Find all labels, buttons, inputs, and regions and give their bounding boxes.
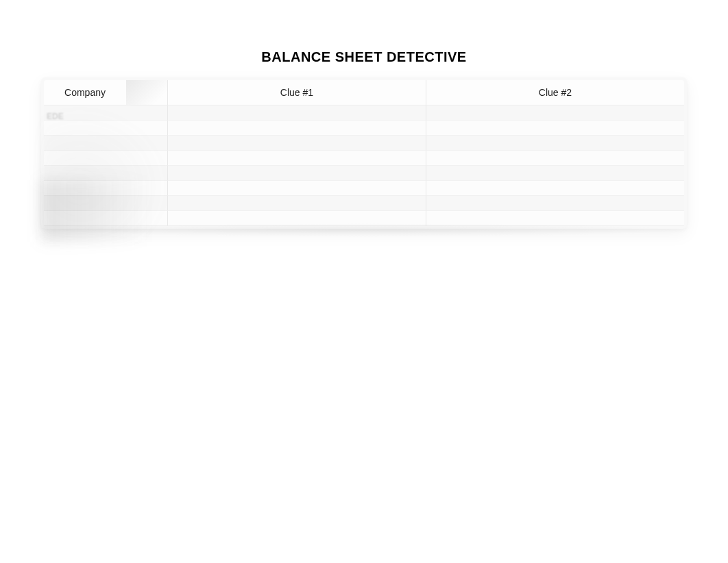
cell-clue-2 (426, 211, 684, 226)
cell-number (126, 151, 167, 166)
cell-company (44, 166, 126, 181)
cell-clue-2 (426, 181, 684, 196)
cell-clue-1 (167, 211, 426, 226)
table-body (44, 105, 684, 226)
header-number (126, 80, 167, 105)
cell-clue-1 (167, 105, 426, 121)
table-row (44, 181, 684, 196)
clues-table-wrapper: Company Clue #1 Clue #2 EDE (41, 77, 687, 229)
cell-number (126, 211, 167, 226)
cell-company (44, 211, 126, 226)
cell-company (44, 196, 126, 211)
cell-clue-2 (426, 136, 684, 151)
table-row (44, 166, 684, 181)
table-row (44, 136, 684, 151)
table-row (44, 121, 684, 136)
header-clue-1: Clue #1 (167, 80, 426, 105)
cell-company (44, 181, 126, 196)
cell-clue-1 (167, 196, 426, 211)
table-row (44, 196, 684, 211)
cell-company (44, 136, 126, 151)
cell-clue-1 (167, 151, 426, 166)
cell-number (126, 166, 167, 181)
cell-number (126, 121, 167, 136)
header-clue-2: Clue #2 (426, 80, 684, 105)
cell-clue-1 (167, 121, 426, 136)
table-header-row: Company Clue #1 Clue #2 (44, 80, 684, 105)
cell-clue-2 (426, 166, 684, 181)
clues-table: Company Clue #1 Clue #2 (44, 80, 684, 226)
header-company: Company (44, 80, 126, 105)
cell-number (126, 196, 167, 211)
cell-clue-2 (426, 196, 684, 211)
cell-clue-2 (426, 151, 684, 166)
page-title: BALANCE SHEET DETECTIVE (0, 0, 728, 77)
cell-company (44, 105, 126, 121)
table-row (44, 211, 684, 226)
cell-clue-1 (167, 136, 426, 151)
cell-number (126, 181, 167, 196)
cell-clue-2 (426, 105, 684, 121)
cell-number (126, 136, 167, 151)
cell-clue-2 (426, 121, 684, 136)
cell-company (44, 121, 126, 136)
table-row (44, 105, 684, 121)
cell-clue-1 (167, 181, 426, 196)
cell-clue-1 (167, 166, 426, 181)
table-row (44, 151, 684, 166)
cell-number (126, 105, 167, 121)
cell-company (44, 151, 126, 166)
